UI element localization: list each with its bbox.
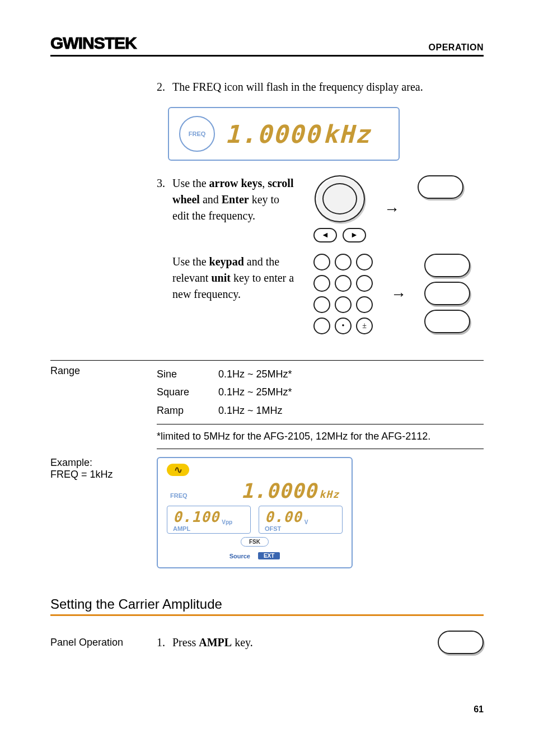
screen-ofst-unit: V [305, 519, 308, 525]
step-3b-text: Use the keypad and the relevant unit key… [172, 254, 296, 302]
enter-key-icon [418, 175, 463, 199]
freq-unit: kHz [323, 120, 371, 148]
freq-icon-callout: FREQ [179, 116, 215, 152]
range-row-sine: Sine 0.1Hz ~ 25MHz* [157, 365, 484, 383]
arrow-right-glyph: → [384, 198, 400, 220]
range-row-square: Square 0.1Hz ~ 25MHz* [157, 383, 484, 401]
range-row-ramp: Ramp 0.1Hz ~ 1MHz [157, 402, 484, 419]
page-number: 61 [50, 704, 484, 715]
keypad-figure: •± [313, 254, 373, 334]
screen-freq-unit: kHz [319, 488, 339, 500]
brand-logo: GWINSTEK [50, 34, 137, 53]
arrow-right-glyph: → [391, 283, 406, 305]
screen-freq-label: FREQ [170, 492, 188, 499]
sine-wave-icon: ∿ [167, 464, 189, 476]
carrier-step-1-text: Press AMPL key. [172, 634, 253, 650]
screen-mode-badge: FSK [241, 537, 269, 547]
range-footnote: *limited to 5MHz for the AFG-2105, 12MHz… [157, 424, 484, 449]
step-3-number: 3. [157, 175, 172, 346]
range-label: Range [50, 365, 157, 419]
screen-source-label: Source [229, 553, 250, 559]
screen-ampl-label: AMPL [173, 525, 245, 532]
step-2-text: The FREQ icon will flash in the frequenc… [172, 79, 484, 95]
step-2-number: 2. [157, 79, 172, 95]
freq-display-figure: FREQ 1.0000 kHz [168, 107, 400, 161]
carrier-step-1-number: 1. [157, 634, 172, 650]
step-3a-text: Use the arrow keys, scroll wheel and Ent… [172, 175, 296, 224]
section-heading-carrier-amplitude: Setting the Carrier Amplitude [50, 596, 484, 612]
freq-value: 1.0000 [225, 120, 321, 148]
section-label: OPERATION [429, 43, 484, 53]
screen-ofst-value: 0.00 [265, 508, 302, 525]
scroll-wheel-icon [315, 175, 365, 222]
arrow-left-icon: ◄ [313, 228, 337, 242]
unit-key-icon [424, 254, 470, 277]
arrow-right-icon: ► [343, 228, 366, 242]
screen-ofst-label: OFST [265, 525, 336, 532]
panel-operation-label: Panel Operation [50, 637, 157, 648]
example-label-b: FREQ = 1kHz [50, 469, 157, 480]
ampl-key-icon [438, 631, 484, 654]
example-screen: ∿ FREQ 1.0000 kHz 0.100 Vpp AMPL [157, 457, 353, 568]
scroll-wheel-figure: ◄ ► [313, 175, 366, 242]
screen-ampl-value: 0.100 [173, 508, 219, 525]
example-label-a: Example: [50, 457, 157, 469]
section-rule [50, 614, 484, 616]
unit-key-icon [424, 310, 470, 333]
screen-freq-value: 1.0000 [241, 479, 317, 502]
screen-ampl-unit: Vpp [222, 519, 232, 525]
unit-key-icon [424, 282, 470, 305]
screen-source-value: EXT [258, 552, 280, 559]
